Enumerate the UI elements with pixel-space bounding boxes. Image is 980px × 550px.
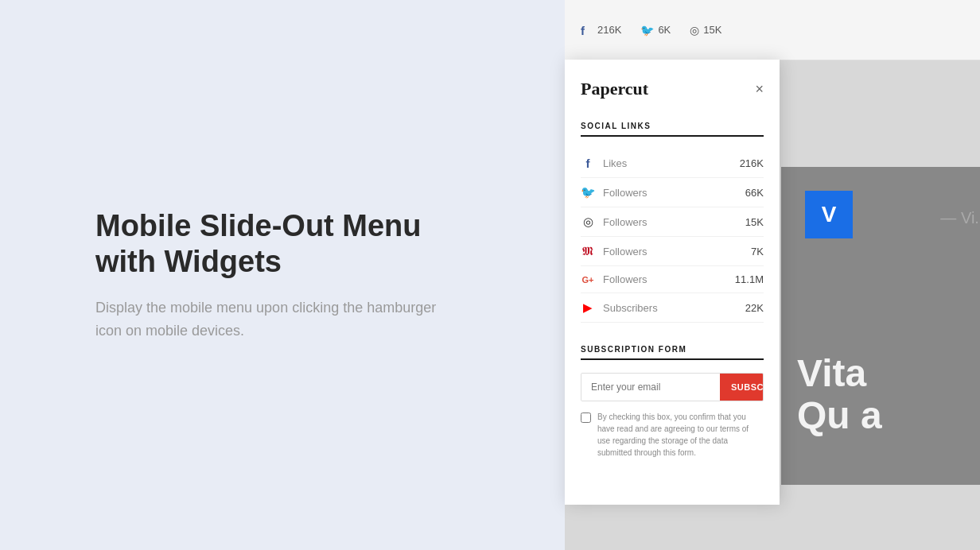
list-item[interactable]: 🐦 Followers 66K [581, 178, 764, 207]
slide-panel: Papercut × SOCIAL LINKS f Likes 216K 🐦 F… [565, 60, 780, 505]
social-link-count: 216K [740, 157, 764, 169]
main-description: Display the mobile menu upon clicking th… [95, 296, 461, 343]
list-item[interactable]: ◎ Followers 15K [581, 207, 764, 237]
social-bar-twitter[interactable]: 🐦 6K [640, 24, 671, 37]
social-bar: f 216K 🐦 6K ◎ 15K [565, 0, 980, 60]
left-content: Mobile Slide-Out Menu with Widgets Displ… [95, 208, 461, 343]
list-item[interactable]: f Likes 216K [581, 149, 764, 178]
social-link-left: f Likes [581, 157, 627, 170]
social-link-left: 𝕸 Followers [581, 244, 648, 258]
google-plus-icon: G+ [581, 275, 595, 285]
twitter-icon: 🐦 [581, 185, 595, 199]
social-link-count: 11.1M [735, 273, 764, 285]
social-link-count: 7K [751, 246, 764, 258]
twitter-count: 6K [658, 24, 671, 36]
checkbox-text: By checking this box, you confirm that y… [597, 411, 764, 459]
terms-checkbox[interactable] [581, 412, 591, 423]
social-bar-facebook[interactable]: f 216K [581, 24, 621, 37]
email-row: SUBSCRIBE [581, 373, 764, 401]
list-item[interactable]: ▶ Subscribers 22K [581, 293, 764, 323]
twitter-icon: 🐦 [640, 24, 654, 37]
social-links-label: SOCIAL LINKS [581, 122, 764, 137]
social-link-left: ▶ Subscribers [581, 300, 658, 315]
social-link-count: 15K [745, 216, 764, 228]
social-link-label: Followers [603, 273, 648, 285]
social-link-label: Followers [603, 216, 648, 228]
facebook-icon: f [581, 157, 595, 170]
social-link-left: G+ Followers [581, 273, 648, 285]
list-item[interactable]: 𝕸 Followers 7K [581, 237, 764, 266]
social-bar-instagram[interactable]: ◎ 15K [690, 24, 721, 37]
subscription-label: SUBSCRIPTION FORM [581, 345, 764, 360]
social-link-count: 66K [745, 187, 764, 199]
panel-header: Papercut × [581, 79, 764, 99]
youtube-icon: ▶ [581, 300, 595, 315]
list-item[interactable]: G+ Followers 11.1M [581, 266, 764, 293]
main-heading: Mobile Slide-Out Menu with Widgets [95, 208, 461, 281]
vimeo-dash: — Vi... [940, 209, 980, 227]
social-link-left: ◎ Followers [581, 215, 648, 229]
vimeo-letter: V [822, 202, 837, 227]
subscribe-button[interactable]: SUBSCRIBE [720, 374, 764, 401]
social-link-label: Followers [603, 246, 648, 258]
social-link-label: Followers [603, 187, 648, 199]
vimeo-thumbnail: V — Vi... Vita Qu a [781, 167, 980, 485]
panel-logo: Papercut [581, 79, 648, 99]
instagram-count: 15K [703, 24, 721, 36]
instagram-icon: ◎ [581, 215, 595, 229]
facebook-icon: f [581, 24, 593, 37]
social-link-left: 🐦 Followers [581, 185, 648, 199]
checkbox-row: By checking this box, you confirm that y… [581, 411, 764, 459]
vimeo-line2: Qu a [797, 395, 882, 437]
email-input[interactable] [581, 374, 720, 401]
left-area: Mobile Slide-Out Menu with Widgets Displ… [0, 0, 565, 550]
instagram-icon: ◎ [690, 24, 699, 37]
social-link-label: Likes [603, 157, 627, 169]
facebook-count: 216K [597, 24, 621, 36]
close-button[interactable]: × [755, 82, 764, 96]
social-link-label: Subscribers [603, 302, 658, 314]
vimeo-logo: V [805, 191, 853, 238]
pinterest-icon: 𝕸 [581, 244, 595, 258]
vimeo-text: Vita Qu a [797, 353, 882, 437]
subscription-section: SUBSCRIPTION FORM SUBSCRIBE By checking … [581, 345, 764, 459]
vimeo-line1: Vita [797, 353, 882, 395]
social-links-list: f Likes 216K 🐦 Followers 66K ◎ Followers… [581, 149, 764, 323]
social-link-count: 22K [745, 302, 764, 314]
